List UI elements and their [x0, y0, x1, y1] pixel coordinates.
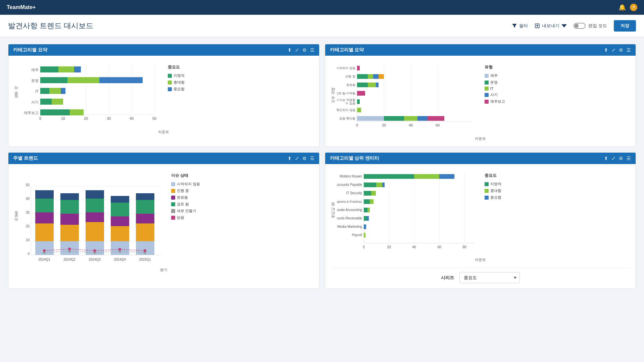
legend-color-complete: [171, 196, 175, 200]
svg-text:2024Q1: 2024Q1: [38, 258, 50, 261]
svg-text:2024Q4: 2024Q4: [114, 258, 126, 261]
share-icon[interactable]: ⬆: [288, 47, 292, 53]
page-title: 발견사항 트렌드 대시보드: [8, 21, 93, 31]
svg-text:60: 60: [437, 245, 441, 249]
share-icon-bl[interactable]: ⬆: [288, 156, 292, 161]
svg-rect-61: [384, 116, 404, 121]
expand-icon-br[interactable]: ⤢: [611, 156, 615, 161]
svg-text:0: 0: [356, 123, 358, 127]
svg-rect-89: [86, 222, 104, 241]
svg-text:40: 40: [26, 197, 30, 201]
header-icons: 🔔 ?: [618, 4, 637, 11]
share-icon-tr[interactable]: ⬆: [604, 47, 608, 53]
y-axis-label-top-right: 이슈 상태: [331, 90, 336, 106]
entity-bar-chart: 0 20 40 60 80 Wolters Kluwer Accounts Pa…: [337, 169, 481, 257]
chart-bottom-right: 엔티티 명 0 20: [331, 169, 631, 257]
svg-rect-138: [414, 174, 439, 179]
svg-text:재무보고: 재무보고: [24, 111, 39, 115]
svg-rect-64: [428, 116, 444, 121]
svg-rect-145: [364, 199, 370, 204]
svg-text:0: 0: [363, 245, 365, 249]
legend-color-critical: [168, 74, 172, 78]
svg-point-111: [118, 248, 121, 251]
menu-icon-bl[interactable]: ☰: [310, 156, 314, 161]
panel-top-left-body: 업무 야 0 10 20 30 40 50: [8, 56, 319, 140]
svg-rect-29: [52, 99, 63, 105]
legend-item-complete: 완료됨: [171, 195, 205, 200]
menu-icon-tr[interactable]: ☰: [627, 47, 631, 53]
chart-bottom-left: 카운트 0 10 20 30 40 50: [14, 169, 314, 267]
menu-icon[interactable]: ☰: [310, 47, 314, 53]
save-button[interactable]: 저장: [614, 20, 636, 32]
bell-icon[interactable]: 🔔: [618, 4, 626, 11]
svg-rect-139: [439, 174, 454, 179]
export-button[interactable]: 내보내기: [535, 23, 567, 29]
svg-rect-19: [40, 66, 58, 72]
svg-rect-21: [74, 66, 81, 72]
legend-color-reviewed: [171, 202, 175, 206]
legend-item-ops: 운영: [485, 80, 515, 85]
legend-color-important2: [485, 196, 489, 200]
y-axis-label-top-left: 업무 야: [14, 89, 19, 101]
settings-icon-tr[interactable]: ⚙: [619, 47, 623, 53]
legend-item-finance: 재무: [485, 73, 515, 78]
bar-chart-top-right: 0 20 40 60 시작되지 않음 진행 중: [337, 61, 481, 135]
svg-rect-148: [367, 208, 370, 212]
panel-bottom-right-icons: ⬆ ⤢ ⚙ ☰: [604, 156, 631, 161]
svg-text:2025Q1: 2025Q1: [139, 258, 151, 261]
help-icon[interactable]: ?: [630, 4, 637, 11]
svg-rect-63: [417, 116, 428, 121]
settings-icon-bl[interactable]: ⚙: [302, 156, 307, 161]
svg-text:수 없음: 수 없음: [345, 102, 355, 105]
svg-rect-95: [111, 216, 129, 226]
svg-rect-59: [357, 108, 361, 112]
svg-rect-49: [357, 66, 360, 70]
svg-text:Accounts Payable: Accounts Payable: [337, 183, 362, 187]
svg-text:Wolters Kluwer: Wolters Kluwer: [339, 174, 362, 178]
legend-item-important2: 중요함: [485, 195, 515, 200]
edit-mode-toggle[interactable]: [574, 23, 586, 29]
settings-icon[interactable]: ⚙: [302, 47, 307, 53]
svg-text:40: 40: [130, 116, 134, 120]
panel-bottom-left-header: 주별 트렌드 ⬆ ⤢ ⚙ ☰: [8, 153, 319, 164]
legend-title-severity2: 중요도: [485, 173, 515, 178]
share-icon-br[interactable]: ⬆: [604, 156, 608, 161]
legend-top-right: 유형 재무 운영 IT: [485, 61, 515, 104]
svg-text:40: 40: [408, 123, 412, 127]
svg-text:20: 20: [387, 245, 391, 249]
svg-text:60: 60: [435, 123, 439, 127]
chevron-down-icon: [561, 23, 567, 29]
y-axis-label-bottom-right: 엔티티 명: [331, 205, 336, 221]
svg-text:운영: 운영: [31, 79, 39, 83]
svg-text:진행 중: 진행 중: [345, 75, 355, 78]
svg-text:시작되지 않음: 시작되지 않음: [337, 66, 355, 70]
x-axis-title-top-right: 카운트: [331, 136, 631, 141]
filter-button[interactable]: 필터: [512, 23, 528, 29]
legend-color-closed: [171, 216, 175, 220]
legend-title-status: 이슈 상태: [171, 173, 205, 178]
app-header: TeamMate+ 🔔 ?: [0, 0, 644, 15]
svg-text:닫음-확인됨: 닫음-확인됨: [339, 117, 355, 120]
svg-rect-149: [364, 216, 367, 221]
legend-color-major2: [485, 189, 489, 193]
svg-text:재무: 재무: [31, 68, 39, 72]
svg-rect-79: [35, 223, 54, 241]
series-select[interactable]: 중요도 상태 유형: [459, 272, 520, 283]
expand-icon-tr[interactable]: ⤢: [611, 47, 615, 53]
panel-bottom-left-title: 주별 트렌드: [13, 155, 38, 161]
svg-rect-56: [376, 83, 379, 87]
x-axis-title-bottom-left: 분기: [14, 267, 314, 272]
svg-rect-151: [364, 224, 366, 229]
panel-top-right-title: 카테고리별 요약: [330, 47, 364, 53]
panel-bottom-right: 카테고리별 상위 엔티티 ⬆ ⤢ ⚙ ☰ 엔티티 명: [325, 152, 636, 289]
expand-icon-bl[interactable]: ⤢: [295, 156, 299, 161]
expand-icon[interactable]: ⤢: [295, 47, 299, 53]
svg-text:50: 50: [26, 183, 30, 187]
svg-rect-82: [35, 190, 54, 199]
svg-rect-81: [35, 199, 54, 212]
settings-icon-br[interactable]: ⚙: [619, 156, 623, 161]
svg-rect-55: [368, 83, 376, 87]
menu-icon-br[interactable]: ☰: [627, 156, 631, 161]
svg-rect-84: [60, 225, 79, 241]
svg-text:0: 0: [39, 116, 41, 120]
